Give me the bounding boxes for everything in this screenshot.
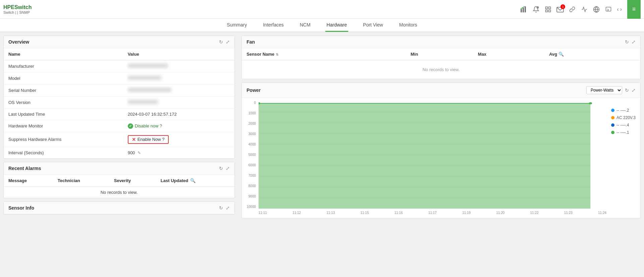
svg-rect-0: [521, 9, 522, 12]
tab-monitors[interactable]: Monitors: [398, 18, 419, 32]
col-name: Name: [4, 48, 123, 60]
col-value: Value: [123, 48, 234, 60]
fan-card-header: Fan ↻ ⤢: [242, 36, 640, 48]
tab-ncm[interactable]: NCM: [299, 18, 312, 32]
chart-main: 11:11 11:12 11:13 11:15 11:16 11:17 11:1…: [259, 101, 606, 215]
chart-point: [589, 102, 592, 104]
search-icon[interactable]: 🔍: [190, 178, 196, 183]
overview-expand-button[interactable]: ⤢: [226, 39, 230, 45]
sensor-info-refresh-button[interactable]: ↻: [219, 205, 223, 211]
recent-alarms-table: Message Technician Severity Last Updated…: [4, 175, 234, 198]
svg-rect-2: [525, 6, 526, 12]
recent-alarms-refresh-button[interactable]: ↻: [219, 166, 223, 171]
x-label: 11:17: [428, 211, 437, 215]
recent-alarms-expand-button[interactable]: ⤢: [226, 166, 230, 171]
y-label: 4000: [249, 143, 256, 146]
table-row: Interval (Seconds) 900 ✎: [4, 147, 234, 158]
row-value: Disable now ?: [123, 120, 234, 132]
row-label: Suppress Hardware Alarms: [4, 132, 123, 147]
sensor-info-header: Sensor Info ↻ ⤢: [4, 202, 234, 214]
nav-arrows: ‹ ›: [617, 6, 622, 12]
recent-alarms-header: Recent Alarms ↻ ⤢: [4, 162, 234, 175]
y-label: 6000: [249, 164, 256, 167]
row-label: OS Version: [4, 97, 123, 109]
fan-col-sensor-name: Sensor Name ⇅: [242, 48, 406, 60]
fan-search-icon[interactable]: 🔍: [558, 52, 564, 57]
legend-item-3: -- ----.4: [611, 123, 636, 127]
sort-icon[interactable]: ⇅: [276, 53, 278, 56]
recent-alarms-actions: ↻ ⤢: [219, 166, 230, 171]
mail-icon[interactable]: 1: [556, 6, 564, 13]
overview-refresh-button[interactable]: ↻: [219, 39, 223, 45]
legend-label-1: -- ----.2: [616, 108, 629, 113]
app-title: HPESwitch Switch | | SNMP: [3, 4, 32, 14]
tab-summary[interactable]: Summary: [225, 18, 248, 32]
fan-table: Sensor Name ⇅ Min Max Avg 🔍 No records t…: [242, 48, 640, 79]
table-row: Hardware Monitor Disable now ?: [4, 120, 234, 132]
y-label: 5000: [249, 153, 256, 157]
globe-icon[interactable]: [593, 6, 600, 13]
power-refresh-button[interactable]: ↻: [625, 88, 629, 93]
recent-alarms-title: Recent Alarms: [8, 166, 41, 171]
power-header-right: Power-Watts Power-VA Power-BTU ↻ ⤢: [586, 86, 636, 94]
legend-label-4: -- ----.1: [616, 130, 629, 135]
row-label: Model: [4, 72, 123, 85]
right-panel: Fan ↻ ⤢ Sensor Name ⇅ Min Max Avg 🔍: [238, 32, 644, 277]
row-value: [123, 60, 234, 72]
power-expand-button[interactable]: ⤢: [632, 88, 636, 93]
hamburger-button[interactable]: ≡: [627, 0, 641, 19]
svg-rect-7: [549, 10, 551, 12]
overview-card-header: Overview ↻ ⤢: [4, 36, 234, 48]
prev-button[interactable]: ‹: [617, 6, 619, 12]
table-row: Last Updated Time 2024-03-07 16:32:57.17…: [4, 109, 234, 120]
row-label: Hardware Monitor: [4, 120, 123, 132]
bell-icon[interactable]: [532, 6, 540, 13]
y-label: 1000: [249, 112, 256, 115]
enable-now-button[interactable]: ✕ Enable Now ?: [128, 135, 169, 144]
legend-dot-1: [611, 109, 614, 112]
chart-legend: -- ----.2 AC 220V.3 -- ----.4 -- --: [611, 101, 636, 135]
sensor-info-actions: ↻ ⤢: [219, 205, 230, 211]
sensor-info-expand-button[interactable]: ⤢: [226, 205, 230, 211]
power-card: Power Power-Watts Power-VA Power-BTU ↻ ⤢…: [241, 82, 641, 218]
x-label: 11:19: [462, 211, 471, 215]
y-label: 7000: [249, 174, 256, 177]
row-label: Last Updated Time: [4, 109, 123, 120]
activity-icon[interactable]: [581, 6, 588, 13]
fan-col-max: Max: [473, 48, 544, 60]
power-chart-area: 10000 9000 8000 7000 6000 5000 4000 3000…: [242, 98, 640, 218]
legend-label-3: -- ----.4: [616, 123, 629, 127]
power-chart-fill: [259, 103, 590, 209]
overview-title: Overview: [8, 39, 29, 45]
hardware-monitor-status[interactable]: Disable now ?: [128, 123, 162, 129]
no-records-message: No records to view.: [4, 187, 234, 198]
fan-refresh-button[interactable]: ↻: [625, 39, 629, 45]
power-chart-svg: [259, 101, 606, 209]
fan-expand-button[interactable]: ⤢: [632, 39, 636, 45]
power-unit-select[interactable]: Power-Watts Power-VA Power-BTU: [586, 86, 622, 94]
x-label: 11:23: [564, 211, 573, 215]
svg-rect-1: [523, 8, 524, 12]
col-message: Message: [4, 175, 53, 187]
chart-icon[interactable]: [520, 6, 528, 13]
table-row: Suppress Hardware Alarms ✕ Enable Now ?: [4, 132, 234, 147]
tab-interfaces[interactable]: Interfaces: [262, 18, 285, 32]
chart-y-axis: 10000 9000 8000 7000 6000 5000 4000 3000…: [247, 101, 256, 209]
table-row: Model: [4, 72, 234, 85]
terminal-icon[interactable]: [605, 6, 612, 13]
next-button[interactable]: ›: [620, 6, 622, 12]
col-last-updated: Last Updated 🔍: [156, 175, 234, 187]
x-icon: ✕: [132, 137, 136, 142]
tab-port-view[interactable]: Port View: [362, 18, 384, 32]
sensor-info-card: Sensor Info ↻ ⤢: [3, 202, 235, 215]
edit-icon[interactable]: ✎: [138, 151, 141, 155]
legend-dot-3: [611, 123, 614, 127]
x-label: 11:11: [259, 211, 267, 215]
svg-rect-11: [606, 7, 611, 11]
row-label: Serial Number: [4, 85, 123, 97]
x-label: 11:24: [598, 211, 606, 215]
fan-no-records: No records to view.: [242, 60, 640, 79]
grid-icon[interactable]: [544, 6, 552, 13]
tab-hardware[interactable]: Hardware: [325, 18, 348, 32]
link-icon[interactable]: [569, 6, 576, 13]
